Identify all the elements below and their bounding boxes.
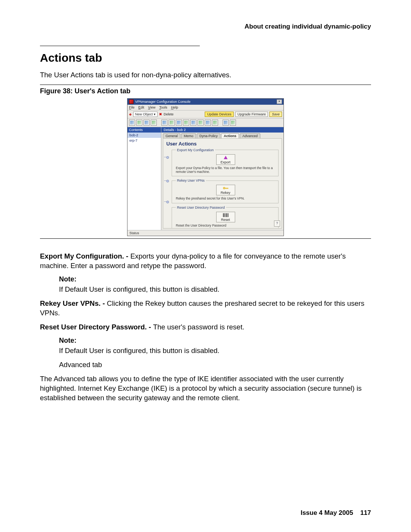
figure-caption: Figure 38: User's Action tab: [40, 87, 371, 95]
export-button[interactable]: Export: [216, 154, 235, 165]
rekey-legend: Rekey User VPNs: [176, 179, 206, 182]
note-block-2: Note: If Default User is configured, thi…: [59, 337, 371, 370]
reset-legend: Reset User Directory Password: [176, 206, 226, 209]
tool-icon[interactable]: [151, 120, 157, 126]
details-pane: Details - bob 2 General Memo Dyna-Policy…: [161, 127, 284, 230]
rekey-button-label: Rekey: [221, 191, 231, 195]
sidebar-item[interactable]: erp-7: [127, 138, 161, 143]
tool-icon[interactable]: [205, 120, 211, 126]
reset-paragraph: Reset User Directory Password. - The use…: [40, 323, 371, 332]
page-footer: Issue 4 May 2005 117: [301, 509, 371, 517]
panel-title: User Actions: [166, 141, 279, 147]
sidebar: Contents bob-2 erp-7: [127, 127, 161, 230]
rekey-label: Rekey User VPNs. -: [40, 299, 107, 307]
app-window: VPNmanager Configuration Console × File …: [127, 98, 284, 236]
tool-icon[interactable]: [198, 120, 204, 126]
reset-text: The user's password is reset.: [153, 323, 244, 331]
sidebar-heading: Contents: [127, 127, 161, 133]
menu-help[interactable]: Help: [171, 105, 178, 109]
note-text-2: If Default User is configured, this butt…: [59, 346, 371, 356]
tool-icon[interactable]: [169, 120, 175, 126]
export-legend: Export My Configuration: [176, 148, 215, 152]
tool-icon[interactable]: [190, 120, 196, 126]
reset-icon: [223, 213, 228, 217]
reset-group: Reset User Directory Password Reset Rese…: [172, 206, 279, 228]
details-heading: Details - bob 2: [161, 127, 284, 133]
rule-top: [40, 46, 200, 46]
bullet-icon: ◆: [129, 112, 132, 116]
key-icon: [223, 186, 228, 190]
tab-general[interactable]: General: [163, 133, 180, 138]
document-page: About creating individual dynamic-policy…: [0, 0, 411, 532]
export-group: Export My Configuration Export Export yo…: [172, 148, 279, 176]
content-area: Contents bob-2 erp-7 Details - bob 2 Gen…: [127, 127, 284, 230]
tab-actions[interactable]: Actions: [221, 133, 239, 138]
menu-bar: File Edit View Tools Help: [127, 105, 284, 110]
tool-icon[interactable]: [176, 120, 182, 126]
reset-desc: Reset the User Directory Password: [176, 224, 275, 227]
window-title: VPNmanager Configuration Console: [135, 100, 191, 104]
tool-icon[interactable]: [161, 120, 167, 126]
toolbar-primary: ◆ New Object ▾ ✖ Delete Update Devices U…: [127, 110, 284, 118]
export-desc: Export your Dyna-Policy to a file. You c…: [176, 166, 275, 174]
connector-icon: [164, 181, 168, 181]
footer-page-number: 117: [360, 509, 371, 516]
rekey-paragraph: Rekey User VPNs. - Clicking the Rekey bu…: [40, 299, 371, 318]
tab-advanced[interactable]: Advanced: [240, 133, 260, 138]
running-header: About creating individual dynamic-policy: [40, 23, 371, 30]
advanced-paragraph: The Advanced tab allows you to define th…: [40, 374, 371, 403]
menu-tools[interactable]: Tools: [159, 105, 167, 109]
section-heading: Actions tab: [40, 51, 371, 64]
export-label: Export My Configuration. -: [40, 252, 130, 260]
note-block-1: Note: If Default User is configured, thi…: [59, 275, 371, 294]
toolbar-secondary: [127, 118, 284, 127]
delete-icon[interactable]: ✖: [159, 112, 162, 116]
tab-memo[interactable]: Memo: [181, 133, 196, 138]
tool-icon[interactable]: [129, 120, 135, 126]
export-icon: [223, 155, 228, 160]
footer-issue: Issue 4 May 2005: [301, 509, 353, 516]
rekey-button[interactable]: Rekey: [216, 185, 235, 195]
details-tabs: General Memo Dyna-Policy Actions Advance…: [161, 133, 284, 138]
advanced-tab-heading: Advanced tab: [59, 360, 371, 370]
menu-view[interactable]: View: [148, 105, 155, 109]
intro-paragraph: The User Actions tab is used for non-dyn…: [40, 70, 371, 80]
reset-label: Reset User Directory Password. -: [40, 323, 153, 331]
tool-icon[interactable]: [223, 120, 229, 126]
delete-label: Delete: [164, 112, 174, 116]
export-button-label: Export: [220, 160, 230, 164]
menu-file[interactable]: File: [129, 105, 135, 109]
menu-edit[interactable]: Edit: [139, 105, 145, 109]
new-object-dropdown[interactable]: New Object ▾: [133, 112, 158, 117]
update-devices-button[interactable]: Update Devices: [205, 112, 234, 117]
new-object-label: New Object: [135, 112, 153, 116]
tool-icon[interactable]: [136, 120, 142, 126]
tool-icon[interactable]: [183, 120, 189, 126]
rekey-group: Rekey User VPNs Rekey Rekey the preshare…: [172, 179, 279, 203]
close-icon[interactable]: ×: [277, 99, 282, 104]
note-label: Note:: [59, 275, 371, 283]
app-icon: [129, 99, 134, 104]
export-paragraph: Export My Configuration. - Exports your …: [40, 252, 371, 271]
upgrade-firmware-button[interactable]: Upgrade Firmware: [235, 112, 268, 117]
status-bar: Status: [127, 230, 284, 236]
note-text-1: If Default User is configured, this butt…: [59, 285, 371, 294]
sidebar-item[interactable]: bob-2: [127, 133, 161, 138]
tool-icon[interactable]: [230, 120, 236, 126]
rule-below-figure: [40, 238, 371, 239]
note-label: Note:: [59, 337, 371, 345]
help-button[interactable]: ?: [274, 220, 280, 227]
connector-icon: [164, 157, 168, 157]
rule-above-figure: [40, 85, 371, 85]
tab-dyna-policy[interactable]: Dyna-Policy: [197, 133, 220, 138]
tool-icon[interactable]: [212, 120, 218, 126]
reset-button[interactable]: Reset: [216, 212, 235, 222]
screenshot-figure: VPNmanager Configuration Console × File …: [40, 98, 371, 236]
reset-button-label: Reset: [221, 218, 230, 222]
save-button[interactable]: Save: [269, 112, 282, 117]
rekey-desc: Rekey the preshared secret for this User…: [176, 197, 275, 200]
window-titlebar: VPNmanager Configuration Console ×: [127, 99, 284, 105]
connector-icon: [164, 201, 168, 202]
tool-icon[interactable]: [143, 120, 150, 126]
actions-panel: User Actions Export My Configuration Exp…: [163, 138, 282, 228]
